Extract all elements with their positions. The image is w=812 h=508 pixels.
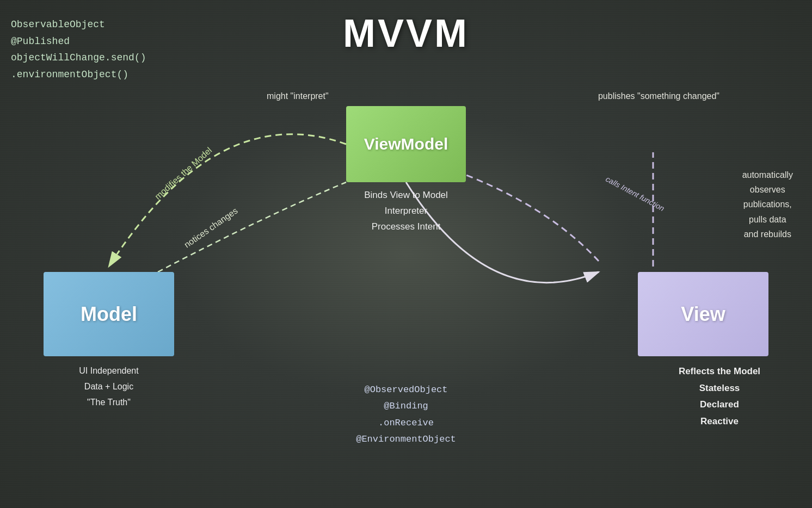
top-left-code-block: ObservableObject @Published objectWillCh… bbox=[11, 16, 146, 83]
might-interpret-label: might "interpret" bbox=[267, 91, 329, 101]
viewmodel-description: Binds View to Model Interpreter Processe… bbox=[364, 188, 448, 235]
view-desc-line1: Reflects the Model bbox=[643, 363, 796, 380]
auto-observes-label: automaticallyobservespublications,pulls … bbox=[742, 168, 793, 241]
view-desc-line4: Reactive bbox=[643, 413, 796, 430]
bottom-code-line1: @ObservedObject bbox=[356, 382, 456, 399]
viewmodel-desc-line2: Interpreter bbox=[364, 203, 448, 219]
auto-observes-text: automaticallyobservespublications,pulls … bbox=[742, 170, 793, 239]
bottom-code-line3: .onReceive bbox=[356, 415, 456, 432]
view-label: View bbox=[681, 303, 725, 326]
modifies-model-label: modifies the Model bbox=[153, 145, 214, 201]
model-desc-line2: Data + Logic bbox=[44, 379, 174, 395]
code-line-4: .environmentObject() bbox=[11, 66, 146, 83]
view-desc-line3: Declared bbox=[643, 397, 796, 413]
model-box: Model bbox=[44, 272, 174, 356]
bottom-code-line4: @EnvironmentObject bbox=[356, 431, 456, 448]
model-label: Model bbox=[81, 303, 137, 326]
model-desc-line3: "The Truth" bbox=[44, 395, 174, 411]
calls-intent-label: calls Intent function bbox=[604, 175, 666, 213]
viewmodel-label: ViewModel bbox=[364, 135, 448, 153]
viewmodel-desc-line3: Processes Intent bbox=[364, 219, 448, 235]
view-box: View bbox=[638, 272, 768, 356]
model-desc-line1: UI Independent bbox=[44, 363, 174, 379]
code-line-3: objectWillChange.send() bbox=[11, 49, 146, 66]
viewmodel-desc-line1: Binds View to Model bbox=[364, 188, 448, 203]
view-description: Reflects the Model Stateless Declared Re… bbox=[643, 363, 796, 430]
page-title: MVVM bbox=[343, 11, 469, 55]
publishes-changed-label: publishes "something changed" bbox=[598, 91, 719, 101]
view-desc-line2: Stateless bbox=[643, 380, 796, 397]
bottom-code-line2: @Binding bbox=[356, 398, 456, 415]
code-line-1: ObservableObject bbox=[11, 16, 146, 33]
model-description: UI Independent Data + Logic "The Truth" bbox=[44, 363, 174, 410]
bottom-code-block: @ObservedObject @Binding .onReceive @Env… bbox=[356, 382, 456, 448]
notices-changes-label: notices changes bbox=[182, 206, 239, 250]
code-line-2: @Published bbox=[11, 33, 146, 50]
viewmodel-box: ViewModel bbox=[346, 106, 466, 182]
